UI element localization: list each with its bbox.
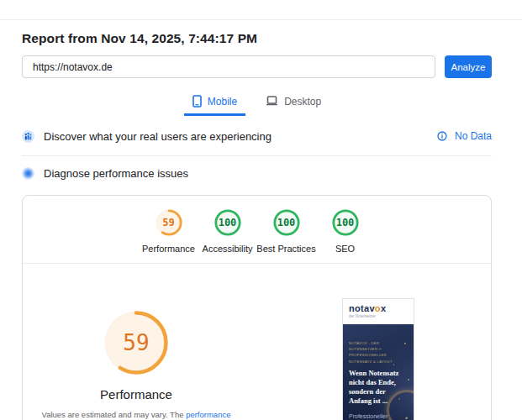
notavox-logo: notavox: [349, 304, 408, 313]
real-users-icon: [22, 130, 34, 143]
desktop-laptop-icon: [266, 96, 278, 107]
accessibility-score-value: 100: [214, 208, 242, 237]
crux-status-label: No Data: [455, 130, 492, 142]
url-input[interactable]: [22, 55, 435, 78]
tab-mobile[interactable]: Mobile: [184, 91, 245, 116]
top-divider: [0, 0, 522, 20]
performance-score-ring: 59: [155, 208, 183, 237]
best-practices-score-label: Best Practices: [256, 244, 315, 254]
site-tagline: der Notensetzer: [349, 314, 408, 318]
lighthouse-report-card: 59 Performance 100 Accessibility: [22, 195, 492, 420]
section-divider: [22, 155, 492, 156]
score-seo[interactable]: 100 SEO: [316, 208, 375, 254]
tab-mobile-label: Mobile: [208, 96, 237, 108]
analyze-button[interactable]: Analyze: [445, 55, 492, 78]
tab-desktop-label: Desktop: [284, 96, 321, 108]
score-performance[interactable]: 59 Performance: [140, 208, 198, 254]
score-disclaimer: Values are estimated and may vary. The p…: [39, 409, 234, 420]
hero-body-text: Professioneller Notensatz, druckfertiges…: [349, 412, 408, 420]
mobile-phone-icon: [192, 95, 202, 108]
performance-gauge-column: 59 Performance Values are estimated and …: [23, 309, 250, 420]
accessibility-score-label: Accessibility: [203, 244, 253, 254]
hero-headline: Wenn Notensatz nicht das Ende, sondern d…: [349, 369, 409, 406]
page-title: Report from Nov 14, 2025, 7:44:17 PM: [22, 31, 492, 46]
lighthouse-section-title: Diagnose performance issues: [44, 167, 188, 180]
crux-section-header: Discover what your real users are experi…: [22, 121, 492, 151]
page-content: Report from Nov 14, 2025, 7:44:17 PM Ana…: [0, 31, 522, 420]
performance-score-label: Performance: [142, 244, 195, 254]
accessibility-score-ring: 100: [214, 208, 242, 237]
seo-score-value: 100: [331, 208, 360, 237]
performance-gauge-value: 59: [103, 309, 170, 376]
thumbnail-site-header: notavox der Notensetzer: [343, 299, 414, 324]
performance-gauge-title[interactable]: Performance: [100, 387, 172, 402]
performance-detail-section: 59 Performance Values are estimated and …: [23, 264, 491, 420]
score-best-practices[interactable]: 100 Best Practices: [257, 208, 316, 254]
crux-status[interactable]: No Data: [437, 130, 492, 142]
device-tabs: Mobile Desktop: [22, 91, 492, 116]
crux-section-title: Discover what your real users are experi…: [44, 130, 272, 143]
best-practices-score-ring: 100: [272, 208, 301, 237]
seo-score-ring: 100: [331, 208, 360, 237]
tab-desktop[interactable]: Desktop: [257, 91, 330, 116]
info-icon: [437, 131, 447, 141]
performance-score-value: 59: [155, 208, 183, 237]
page-screenshot-thumbnail[interactable]: notavox der Notensetzer Notavox - der No…: [342, 298, 414, 420]
hero-kicker: Notavox - der Notensetzer // Professione…: [349, 340, 401, 365]
performance-gauge: 59: [103, 309, 170, 376]
diagnose-icon: [22, 167, 34, 180]
thumbnail-hero: Notavox - der Notensetzer // Professione…: [343, 324, 414, 420]
lighthouse-section-header: Diagnose performance issues: [22, 160, 492, 186]
category-scores-row: 59 Performance 100 Accessibility: [23, 196, 491, 264]
disclaimer-text: Values are estimated and may vary. The: [42, 410, 187, 419]
best-practices-score-value: 100: [272, 208, 301, 237]
url-bar: Analyze: [22, 55, 492, 78]
seo-score-label: SEO: [335, 244, 355, 254]
score-accessibility[interactable]: 100 Accessibility: [198, 208, 257, 254]
